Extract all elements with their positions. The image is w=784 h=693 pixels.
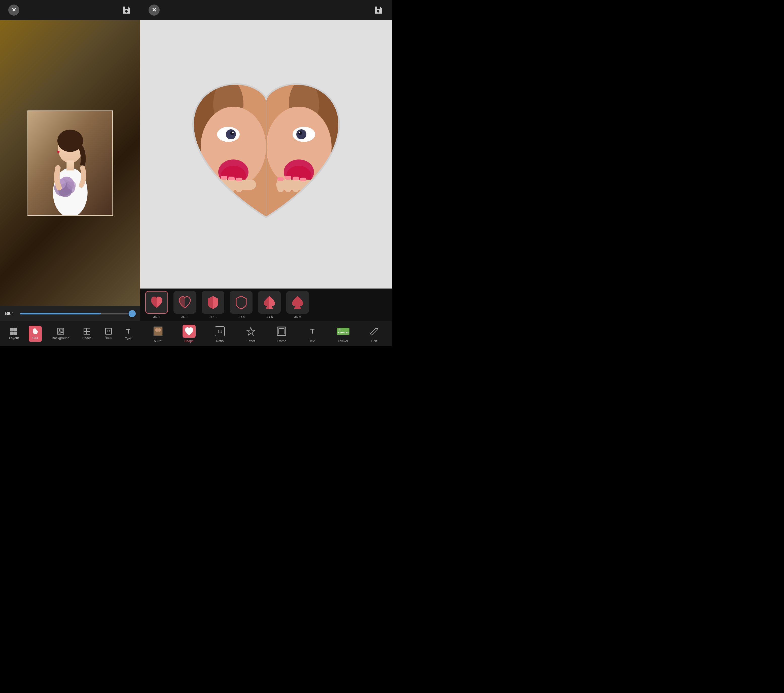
blur-slider-track[interactable] bbox=[20, 313, 135, 314]
mirror-icon-box bbox=[152, 325, 165, 338]
shape-3d5[interactable]: 3D-5 bbox=[257, 291, 282, 319]
blur-slider-fill bbox=[20, 313, 101, 314]
layout-icon bbox=[10, 328, 17, 335]
right-close-button[interactable]: ✕ bbox=[148, 4, 160, 16]
left-header: ✕ bbox=[0, 0, 140, 20]
blur-tool[interactable]: Blur bbox=[29, 326, 42, 342]
text-icon-right: T bbox=[310, 327, 315, 335]
svg-rect-14 bbox=[61, 329, 63, 331]
svg-rect-4 bbox=[66, 161, 74, 170]
right-header: ✕ bbox=[140, 0, 392, 20]
shape-3d1-icon bbox=[149, 295, 164, 310]
shape-3d6-box bbox=[286, 291, 309, 314]
effect-icon bbox=[246, 326, 256, 336]
shape-3d6[interactable]: 3D-6 bbox=[285, 291, 310, 319]
left-toolbar: Layout Blur Background bbox=[0, 321, 140, 346]
ratio-tool[interactable]: 1:1 Ratio bbox=[102, 326, 115, 342]
blur-icon bbox=[32, 328, 39, 335]
svg-rect-63 bbox=[154, 327, 162, 335]
shape-3d3[interactable]: 3D-3 bbox=[200, 291, 226, 319]
edit-icon bbox=[369, 326, 379, 336]
text-icon: T bbox=[126, 327, 130, 335]
space-icon bbox=[83, 328, 91, 335]
shape-3d1[interactable]: 3D-1 bbox=[144, 291, 169, 319]
shape-3d2-label: 3D-2 bbox=[181, 315, 188, 319]
edit-tool[interactable]: Edit bbox=[364, 325, 384, 343]
bottom-toolbar-row: Mirror Shape 1:1 Ratio bbox=[140, 321, 392, 346]
sticker-tool[interactable]: GO ANDROID Sticker bbox=[333, 325, 353, 343]
edit-icon-box bbox=[367, 325, 380, 338]
shape-3d1-box bbox=[145, 291, 168, 314]
blur-slider-thumb[interactable] bbox=[128, 310, 136, 317]
frame-label: Frame bbox=[277, 339, 286, 343]
shape-3d5-icon bbox=[262, 295, 277, 310]
svg-rect-20 bbox=[87, 332, 90, 334]
svg-point-11 bbox=[57, 151, 59, 153]
shape-selector-row: 3D-1 3D-2 bbox=[140, 289, 392, 321]
heart-svg bbox=[178, 66, 354, 243]
svg-point-48 bbox=[298, 131, 302, 135]
svg-rect-18 bbox=[87, 328, 90, 331]
shape-3d4[interactable]: 3D-4 bbox=[229, 291, 254, 319]
shape-tool[interactable]: Shape bbox=[179, 325, 199, 343]
shape-3d5-box bbox=[258, 291, 281, 314]
left-save-button[interactable] bbox=[120, 4, 133, 16]
svg-rect-68 bbox=[279, 328, 284, 334]
svg-marker-66 bbox=[247, 327, 255, 335]
frame-icon-box bbox=[275, 325, 288, 338]
text-tool-right[interactable]: T Text bbox=[302, 325, 323, 343]
shape-3d3-label: 3D-3 bbox=[209, 315, 216, 319]
layout-tool[interactable]: Layout bbox=[6, 326, 22, 342]
mirror-tool[interactable]: Mirror bbox=[148, 325, 168, 343]
blur-label: Blur bbox=[5, 311, 16, 316]
go-android-logo: GO ANDROID bbox=[337, 328, 349, 335]
ratio-tool-right[interactable]: 1:1 Ratio bbox=[210, 325, 230, 343]
shape-icon-box bbox=[183, 325, 196, 338]
shape-3d2-icon bbox=[177, 295, 192, 310]
ratio-icon-right: 1:1 bbox=[215, 326, 225, 336]
frame-tool[interactable]: Frame bbox=[272, 325, 292, 343]
blur-slider-area: Blur bbox=[0, 306, 140, 321]
left-panel: ✕ bbox=[0, 0, 140, 346]
text-tool[interactable]: T Text bbox=[122, 325, 134, 342]
shape-3d3-icon bbox=[206, 295, 221, 310]
effect-label: Effect bbox=[247, 339, 255, 343]
shape-3d4-box bbox=[230, 291, 252, 314]
shape-label: Shape bbox=[184, 339, 194, 343]
svg-rect-16 bbox=[61, 332, 63, 333]
shape-3d1-label: 3D-1 bbox=[153, 315, 160, 319]
svg-point-29 bbox=[230, 131, 234, 135]
svg-rect-13 bbox=[59, 329, 61, 331]
shape-3d2[interactable]: 3D-2 bbox=[172, 291, 198, 319]
right-save-icon bbox=[374, 5, 383, 15]
effect-icon-box bbox=[244, 325, 257, 338]
shape-3d4-icon bbox=[234, 295, 249, 310]
right-close-icon: ✕ bbox=[148, 5, 160, 16]
svg-rect-17 bbox=[84, 328, 87, 331]
svg-point-10 bbox=[67, 181, 76, 190]
shape-3d3-box bbox=[202, 291, 224, 314]
text-label-right: Text bbox=[310, 339, 315, 343]
photo-content bbox=[28, 110, 112, 216]
svg-rect-15 bbox=[59, 332, 61, 333]
right-panel: ✕ bbox=[140, 0, 392, 346]
svg-rect-59 bbox=[293, 177, 299, 181]
sticker-icon-box: GO ANDROID bbox=[337, 325, 350, 338]
svg-rect-58 bbox=[285, 176, 291, 180]
mirror-label: Mirror bbox=[154, 339, 162, 343]
mirror-icon bbox=[153, 326, 163, 336]
svg-rect-40 bbox=[228, 177, 235, 181]
space-tool[interactable]: Space bbox=[79, 326, 95, 342]
text-label: Text bbox=[125, 337, 131, 340]
ratio-label-right: Ratio bbox=[216, 339, 224, 343]
svg-rect-57 bbox=[277, 177, 284, 181]
svg-rect-39 bbox=[221, 176, 227, 180]
background-tool[interactable]: Background bbox=[49, 326, 72, 342]
effect-tool[interactable]: Effect bbox=[241, 325, 261, 343]
shape-3d2-box bbox=[173, 291, 196, 314]
space-label: Space bbox=[82, 336, 92, 340]
frame-icon bbox=[277, 326, 287, 336]
svg-rect-60 bbox=[300, 177, 306, 181]
left-close-button[interactable]: ✕ bbox=[8, 4, 20, 16]
right-save-button[interactable] bbox=[372, 4, 384, 16]
